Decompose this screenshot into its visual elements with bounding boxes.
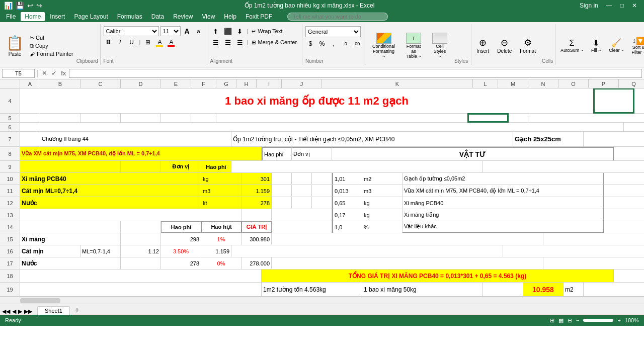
cell-a19[interactable] — [20, 283, 262, 296]
menu-insert[interactable]: Insert — [46, 12, 69, 21]
cell-h10[interactable] — [312, 173, 332, 185]
cell-f17[interactable] — [272, 257, 543, 269]
cell-t4[interactable] — [594, 88, 634, 113]
add-sheet-button[interactable]: + — [71, 305, 83, 315]
cell-t5[interactable] — [468, 114, 508, 122]
autosum-button[interactable]: Σ AutoSum ~ — [557, 26, 586, 65]
cell-j13[interactable]: kg — [362, 209, 403, 221]
zoom-minus-button[interactable]: − — [576, 317, 579, 323]
cell-i11[interactable]: 0,013 — [332, 185, 362, 197]
cell-a7[interactable] — [20, 132, 40, 146]
cell-c17[interactable]: 278 — [161, 257, 201, 269]
increase-decimal-button[interactable]: .0 — [340, 39, 350, 49]
cell-a8[interactable]: Vữa XM cát mịn M75, XM PCB40, độ lớn ML … — [20, 147, 262, 160]
first-sheet-button[interactable]: ◀◀ — [2, 308, 10, 315]
col-header-b[interactable]: B — [40, 79, 80, 88]
sheet-tab-sheet1[interactable]: Sheet1 — [37, 306, 70, 315]
insert-function-icon[interactable]: fx — [60, 68, 67, 78]
cell-f11[interactable] — [272, 185, 292, 197]
cell-u4[interactable] — [634, 88, 644, 113]
cell-j10[interactable]: m2 — [362, 173, 403, 185]
view-pagebreak-button[interactable]: ⊟ — [568, 317, 572, 324]
align-bottom-button[interactable]: ⬇ — [234, 26, 246, 36]
fill-color-button[interactable]: A — [154, 37, 165, 47]
cell-b14[interactable] — [121, 221, 161, 233]
cell-b16[interactable]: ML=0,7-1,4 — [80, 245, 121, 257]
clear-button[interactable]: 🧹 Clear ~ — [606, 26, 626, 65]
sort-filter-button[interactable]: ↕🔽 Sort &Filter ~ — [628, 26, 644, 65]
wrap-text-button[interactable]: ↵ Wrap Text — [250, 27, 284, 36]
cut-button[interactable]: ✂ Cut — [28, 34, 75, 42]
confirm-formula-icon[interactable]: ✓ — [50, 68, 58, 78]
cell-b17[interactable] — [121, 257, 161, 269]
cell-h12[interactable] — [312, 197, 332, 209]
view-layout-button[interactable]: ▦ — [558, 317, 564, 324]
col-header-c[interactable]: C — [80, 79, 121, 88]
cell-e10[interactable]: 301 — [242, 173, 272, 185]
col-header-m[interactable]: M — [498, 79, 528, 88]
save-icon[interactable]: 💾 — [16, 2, 24, 10]
cell-a18[interactable] — [20, 269, 262, 282]
col-header-f[interactable]: F — [191, 79, 216, 88]
col-header-d[interactable]: D — [121, 79, 161, 88]
cell-b7[interactable]: Chương II trang 44 — [40, 132, 231, 146]
redo-icon[interactable]: ↪ — [36, 2, 42, 10]
row-header-15[interactable]: 15 — [0, 233, 20, 245]
col-header-g[interactable]: G — [216, 79, 236, 88]
last-sheet-button[interactable]: ▶▶ — [24, 308, 32, 315]
menu-help[interactable]: Help — [220, 12, 240, 21]
row-header-12[interactable]: 12 — [0, 197, 20, 209]
col-header-o[interactable]: O — [558, 79, 589, 88]
cell-d17[interactable]: 0% — [201, 257, 242, 269]
zoom-plus-button[interactable]: + — [617, 317, 620, 323]
cell-j14[interactable]: % — [362, 221, 403, 233]
search-input[interactable] — [287, 13, 388, 21]
increase-font-size-button[interactable]: A — [182, 26, 192, 36]
italic-button[interactable]: I — [115, 37, 125, 47]
maximize-button[interactable]: □ — [617, 2, 627, 9]
cell-k8[interactable]: VẬT TƯ — [332, 147, 614, 160]
cell-k10[interactable]: Gạch ốp tường ≤0,05m2 — [403, 173, 604, 185]
cell-e17[interactable]: 278.000 — [242, 257, 272, 269]
col-header-q[interactable]: Q — [619, 79, 644, 88]
cell-j11[interactable]: m3 — [362, 185, 403, 197]
horizontal-scrollbar[interactable] — [0, 297, 644, 304]
zoom-slider[interactable] — [583, 319, 613, 322]
col-header-k[interactable]: K — [322, 79, 473, 88]
cell-i12[interactable]: 0,65 — [332, 197, 362, 209]
cell-a4[interactable] — [20, 88, 40, 113]
cell-a13[interactable] — [20, 209, 201, 221]
cell-j8[interactable]: Đơn vị — [292, 147, 332, 160]
cell-c14[interactable]: Hao phí — [161, 221, 201, 233]
menu-view[interactable]: View — [198, 12, 219, 21]
menu-file[interactable]: File — [2, 12, 20, 21]
row-header-4[interactable]: 4 — [0, 88, 20, 113]
undo-icon[interactable]: ↩ — [27, 2, 33, 10]
align-middle-button[interactable]: ⬛ — [222, 26, 233, 36]
align-left-button[interactable]: ☰ — [210, 37, 221, 47]
cell-g10[interactable] — [292, 173, 312, 185]
paste-button[interactable]: 📋 Paste — [2, 26, 28, 65]
cell-a17[interactable]: Nước — [20, 257, 121, 269]
cell-a15[interactable]: Xi măng — [20, 233, 121, 245]
cell-d13[interactable] — [201, 209, 242, 221]
format-as-table-button[interactable]: T Format asTable ~ — [402, 26, 425, 65]
row-header-19[interactable]: 19 — [0, 283, 20, 296]
formula-input[interactable] — [69, 69, 642, 78]
decrease-font-size-button[interactable]: a — [194, 26, 204, 36]
cell-a9[interactable] — [20, 161, 121, 172]
align-center-button[interactable]: ☰ — [222, 37, 233, 47]
col-header-i[interactable]: I — [257, 79, 282, 88]
scroll-thumb[interactable] — [20, 298, 60, 303]
cell-f14[interactable] — [272, 221, 332, 233]
cell-a11[interactable]: Cát mịn ML=0,7÷1,4 — [20, 185, 201, 197]
cell-styles-button[interactable]: CellStyles ~ — [428, 26, 451, 65]
cell-a12[interactable]: Nước — [20, 197, 201, 209]
col-header-e[interactable]: E — [161, 79, 191, 88]
borders-button[interactable]: ⊞ — [143, 37, 153, 47]
cell-k19[interactable]: 1 bao xi măng 50kg — [362, 283, 483, 296]
cell-f5[interactable] — [191, 114, 216, 122]
cell-c5[interactable] — [80, 114, 121, 122]
bold-button[interactable]: B — [104, 37, 114, 47]
cell-e9[interactable]: Hao phí — [201, 161, 231, 172]
